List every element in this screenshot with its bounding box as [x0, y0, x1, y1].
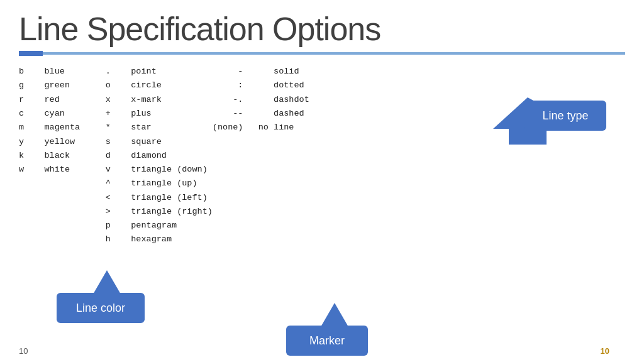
- marker-arrow: [321, 303, 348, 327]
- line-color-callout: Line color: [57, 293, 145, 323]
- page-number-right: 10: [601, 346, 609, 356]
- accent-square: [19, 51, 43, 56]
- marker-callout: Marker: [286, 326, 368, 356]
- accent-line: [43, 52, 625, 55]
- title-section: Line Specification Options: [0, 0, 644, 47]
- marker-label: Marker: [309, 334, 345, 348]
- spec-table: b blue . point - solid g green o circle …: [19, 65, 625, 246]
- page-number-left: 10: [19, 346, 28, 356]
- content-area: b blue . point - solid g green o circle …: [0, 56, 644, 246]
- line-color-label: Line color: [76, 302, 125, 315]
- line-type-callout: Line type: [525, 101, 606, 131]
- accent-bar: [19, 51, 625, 56]
- line-color-arrow: [93, 270, 121, 294]
- line-type-label: Line type: [542, 109, 588, 123]
- slide-title: Line Specification Options: [19, 11, 625, 47]
